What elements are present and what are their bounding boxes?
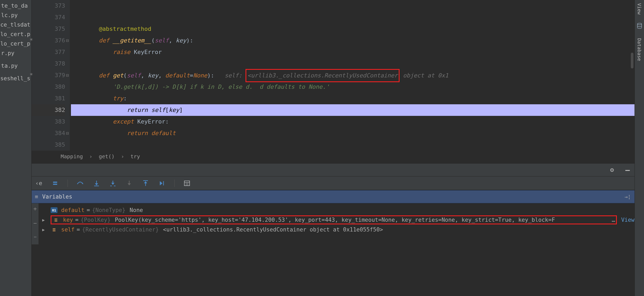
code-editor[interactable]: 373 374 375 *376⊟ 377 378 *379⊟ 380 381 … <box>32 0 635 151</box>
options-icon[interactable]: ⋯ <box>34 234 36 239</box>
expand-icon[interactable]: →¦ <box>624 194 631 200</box>
fold-icon[interactable]: ⊟ <box>66 127 69 139</box>
object-icon: ≡ <box>51 227 57 233</box>
variable-row[interactable]: 01 default = {NoneType} None <box>32 206 635 214</box>
file-item[interactable]: ta.py <box>0 61 31 71</box>
console-icon[interactable]: 〓 <box>51 179 59 187</box>
file-item[interactable]: lo_cert.p <box>0 29 31 39</box>
svg-point-13 <box>637 23 642 25</box>
view-link[interactable]: View <box>621 217 635 223</box>
svg-rect-9 <box>184 181 190 186</box>
database-tool-tab[interactable]: Database <box>637 36 642 63</box>
evaluate-expression-icon[interactable] <box>183 179 191 187</box>
breadcrumb-item[interactable]: Mapping <box>61 153 83 160</box>
inline-debug-hint: self: <urllib3._collections.RecentlyUsed… <box>225 72 448 79</box>
step-into-my-code-icon[interactable] <box>109 179 117 187</box>
plus-icon[interactable]: + <box>33 205 37 212</box>
chevron-right-icon: › <box>89 153 92 160</box>
current-execution-line: return self[key] <box>71 104 635 116</box>
minimize-icon[interactable]: — <box>625 166 630 174</box>
variables-title: Variables <box>42 194 72 200</box>
gutter[interactable]: 373 374 375 *376⊟ 377 378 *379⊟ 380 381 … <box>32 0 70 151</box>
variable-row[interactable]: ▶ ≡ self = {RecentlyUsedContainer} <urll… <box>32 225 635 234</box>
variable-row[interactable]: ▶ ≡ key = {PoolKey} PoolKey(key_scheme='… <box>32 214 635 225</box>
breadcrumb-item[interactable]: get() <box>99 153 114 160</box>
highlight-box: ≡ key = {PoolKey} PoolKey(key_scheme='ht… <box>51 215 617 224</box>
force-step-into-icon[interactable] <box>125 179 133 187</box>
file-item[interactable]: r.py <box>0 48 31 58</box>
scrollbar[interactable] <box>631 53 633 68</box>
gear-icon[interactable]: ⚙ <box>610 166 614 174</box>
right-tool-rail: View Database <box>635 0 644 296</box>
breadcrumb-item[interactable]: try <box>131 153 140 160</box>
debug-tab-bar: ⚙ — <box>32 163 635 176</box>
file-item[interactable]: lo_cert_p <box>0 39 31 48</box>
file-item[interactable]: seshell_s <box>0 74 31 83</box>
file-item[interactable]: ce_tlsdat <box>0 20 31 29</box>
breadcrumb[interactable]: Mapping › get() › try <box>32 151 635 163</box>
bookmark-icon[interactable]: * <box>30 35 33 46</box>
variables-panel: + − ⋯ 01 default = {NoneType} None ▶ ≡ k… <box>32 203 635 244</box>
chevron-right-icon: › <box>121 153 124 160</box>
primitive-icon: 01 <box>51 207 57 213</box>
file-item[interactable]: te_to_da <box>0 1 31 11</box>
list-icon: ≡ <box>35 194 39 200</box>
expand-toggle-icon[interactable]: ▶ <box>42 218 49 223</box>
show-execution-point-icon[interactable]: ‹e <box>35 179 43 187</box>
step-over-icon[interactable] <box>76 179 84 187</box>
variables-panel-header[interactable]: ≡ Variables →¦ <box>32 190 635 203</box>
bookmark-icon[interactable]: * <box>30 70 33 81</box>
code-text[interactable]: @abstractmethod def __getitem__(self, ke… <box>70 0 635 151</box>
highlight-box: <urllib3._collections.RecentlyUsedContai… <box>246 69 400 82</box>
file-item <box>0 71 31 74</box>
database-icon[interactable] <box>637 23 642 30</box>
project-file-list[interactable]: te_to_da lc.py ce_tlsdat lo_cert.p lo_ce… <box>0 0 32 296</box>
view-tool-tab[interactable]: View <box>637 1 642 17</box>
fold-icon[interactable]: ⊟ <box>66 35 69 46</box>
expand-toggle-icon[interactable]: ▶ <box>42 227 49 232</box>
fold-icon[interactable]: ⊟ <box>66 70 69 81</box>
step-into-icon[interactable] <box>93 179 100 187</box>
object-icon: ≡ <box>52 217 59 223</box>
run-to-cursor-icon[interactable] <box>158 179 166 187</box>
step-out-icon[interactable] <box>142 179 150 187</box>
debug-toolbar: ‹e 〓 <box>32 176 635 190</box>
file-item <box>0 58 31 61</box>
file-item[interactable]: lc.py <box>0 11 31 20</box>
